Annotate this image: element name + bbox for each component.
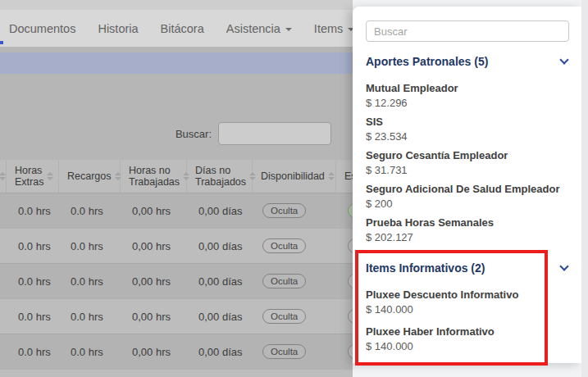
tab-bar: Documentos Historia Bitácora Asistencia … (0, 10, 353, 47)
list-item[interactable]: Prueba Horas Semanales $ 202.127 (366, 216, 569, 245)
cell-recargos: 0.0 hrs (59, 299, 121, 334)
disponibilidad-badge: Oculta (262, 274, 306, 288)
column-label: Recargos (67, 170, 112, 182)
tab-items-label: Items (314, 22, 343, 35)
cell-horas-extras: 0.0 hrs (7, 334, 59, 369)
cell-dias-no-trabajados: 0,00 días (187, 264, 253, 298)
tab-documentos[interactable]: Documentos (9, 22, 75, 35)
table-search-label: Buscar: (175, 128, 212, 140)
column-header-dias-no-trabajados[interactable]: Días no Trabajados (187, 160, 253, 193)
chevron-down-icon[interactable] (559, 261, 568, 270)
column-header-horas-no-trabajadas[interactable]: Horas no Trabajadas (121, 160, 187, 193)
cell-horas-extras: 0.0 hrs (7, 264, 59, 298)
item-name: Pluxee Descuento Informativo (366, 288, 569, 302)
cell-horas-extras: 0.0 hrs (7, 193, 59, 228)
page-top-strip (0, 0, 353, 10)
chevron-down-icon[interactable] (559, 55, 568, 64)
column-label: Horas no Trabajadas (129, 165, 180, 188)
cell-disponibilidad: Oculta (253, 334, 336, 369)
cell-horas-no-trabajadas: 0,00 hrs (121, 299, 187, 334)
list-item[interactable]: SIS $ 23.534 (366, 115, 569, 144)
list-item[interactable]: Seguro Cesantía Empleador $ 31.731 (366, 148, 569, 178)
sort-icon (328, 172, 335, 180)
section-title: Aportes Patronales (5) (366, 55, 488, 68)
column-header-recargos[interactable]: Recargos (59, 160, 121, 193)
cell-estado: Cerrada (336, 264, 353, 298)
item-name: SIS (366, 115, 569, 129)
cell-estado: Cerrada (336, 299, 353, 334)
cell-horas-extras: 0.0 hrs (7, 229, 59, 263)
item-amount: $ 23.534 (366, 129, 569, 144)
cell-recargos: 0.0 hrs (59, 193, 121, 228)
data-table: Horas Extras Recargos Horas no Trabajada… (0, 160, 353, 377)
list-item[interactable]: Seguro Adicional De Salud Empleador $ 20… (366, 182, 569, 211)
cell-estado: Abierta (336, 193, 353, 228)
cell-disponibilidad: Oculta (253, 193, 336, 228)
cell-dias-no-trabajados: 0,00 días (187, 193, 253, 228)
tab-historia[interactable]: Historia (98, 22, 138, 35)
table-row: 0.0 hrs 0.0 hrs 0,00 hrs 0,00 días Ocult… (0, 334, 353, 369)
item-amount: $ 31.731 (366, 163, 569, 178)
cell-horas-no-trabajadas: 0,00 hrs (121, 193, 187, 228)
tab-asistencia[interactable]: Asistencia (226, 22, 292, 35)
column-header-disponibilidad[interactable]: Disponibilidad (253, 160, 336, 193)
column-header-estado[interactable]: Estado (336, 160, 353, 193)
section-items-informativos-wrapper: Items Informativos (2) Pluxee Descuento … (366, 250, 569, 368)
section-aportes-patronales[interactable]: Aportes Patronales (5) (366, 53, 569, 70)
sort-icon (47, 172, 53, 180)
table-search-input[interactable] (218, 122, 331, 145)
section-items-informativos[interactable]: Items Informativos (2) (366, 260, 569, 276)
item-name: Seguro Adicional De Salud Empleador (366, 182, 569, 197)
disponibilidad-badge: Oculta (262, 238, 306, 253)
item-name: Prueba Horas Semanales (366, 216, 569, 230)
table-row-partial (0, 369, 353, 377)
list-item[interactable]: Pluxee Descuento Informativo $ 140.000 (366, 288, 569, 317)
cell-recargos: 0.0 hrs (59, 229, 121, 263)
column-header-horas-extras[interactable]: Horas Extras (7, 160, 59, 193)
informativos-item-list: Pluxee Descuento Informativo $ 140.000 P… (366, 288, 569, 354)
background-app: Documentos Historia Bitácora Asistencia … (0, 0, 353, 377)
item-amount: $ 202.127 (366, 230, 569, 245)
cell-disponibilidad: Oculta (253, 264, 336, 298)
tab-items[interactable]: Items (314, 22, 353, 35)
cell-horas-no-trabajadas: 0,00 hrs (121, 264, 187, 298)
table-header-row: Horas Extras Recargos Horas no Trabajada… (0, 160, 353, 193)
cell-disponibilidad: Oculta (253, 229, 336, 263)
tab-documentos-label: Documentos (9, 22, 75, 35)
tab-historia-label: Historia (98, 22, 138, 35)
cell-horas-no-trabajadas: 0,00 hrs (121, 334, 187, 369)
items-dropdown-panel: Aportes Patronales (5) Mutual Empleador … (353, 7, 582, 363)
table-row: 0.0 hrs 0.0 hrs 0,00 hrs 0,00 días Ocult… (0, 263, 353, 298)
item-amount: $ 12.296 (366, 96, 569, 111)
cell-recargos: 0.0 hrs (59, 264, 121, 298)
cell-dias-no-trabajados: 0,00 días (187, 229, 253, 263)
column-label: Horas Extras (15, 165, 43, 188)
disponibilidad-badge: Oculta (262, 344, 306, 359)
section-title: Items Informativos (2) (366, 261, 485, 275)
cell-dias-no-trabajados: 0,00 días (187, 334, 253, 369)
tab-asistencia-label: Asistencia (226, 22, 280, 35)
item-name: Pluxee Haber Informativo (366, 325, 569, 339)
table-row: 0.0 hrs 0.0 hrs 0,00 hrs 0,00 días Ocult… (0, 193, 353, 228)
tab-bitacora-label: Bitácora (161, 22, 204, 35)
cell-recargos: 0.0 hrs (59, 334, 121, 369)
sort-icon (0, 172, 6, 180)
disponibilidad-badge: Oculta (262, 203, 306, 218)
cell-horas-no-trabajadas: 0,00 hrs (121, 229, 187, 263)
column-label: Estado (344, 170, 353, 182)
scroll-gutter (581, 0, 588, 377)
aportes-item-list: Mutual Empleador $ 12.296 SIS $ 23.534 S… (366, 81, 569, 245)
tab-bitacora[interactable]: Bitácora (161, 22, 204, 35)
list-item[interactable]: Mutual Empleador $ 12.296 (366, 81, 569, 111)
item-amount: $ 140.000 (366, 339, 569, 354)
caret-down-icon (285, 28, 292, 31)
column-label: Días no Trabajados (195, 165, 246, 188)
cell-estado: Cerrada (336, 229, 353, 263)
column-header-stub[interactable] (0, 160, 7, 193)
item-name: Mutual Empleador (366, 81, 569, 96)
list-item[interactable]: Pluxee Haber Informativo $ 140.000 (366, 325, 569, 354)
table-search-row: Buscar: (0, 122, 353, 145)
dropdown-zone: Aportes Patronales (5) Mutual Empleador … (353, 0, 588, 377)
panel-search-input[interactable] (366, 20, 569, 42)
table-row: 0.0 hrs 0.0 hrs 0,00 hrs 0,00 días Ocult… (0, 298, 353, 334)
